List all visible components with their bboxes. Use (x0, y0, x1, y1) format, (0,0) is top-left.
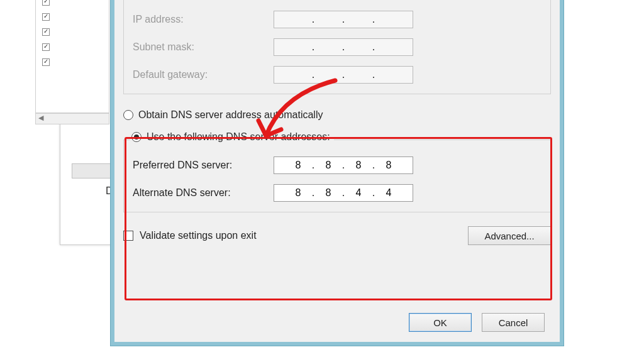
radio-icon (123, 110, 133, 120)
checkbox-icon (123, 231, 133, 241)
ip-address-input[interactable]: ... (274, 11, 413, 28)
background-scroll-left-icon (35, 113, 109, 124)
preferred-dns-label: Preferred DNS server: (133, 160, 265, 171)
subnet-mask-input[interactable]: ... (274, 38, 413, 56)
alternate-dns-label: Alternate DNS server: (133, 187, 265, 199)
use-following-dns-radio[interactable]: Use the following DNS server addresses: (130, 131, 334, 143)
validate-settings-checkbox[interactable]: Validate settings upon exit (123, 230, 257, 241)
use-following-dns-label: Use the following DNS server addresses: (147, 131, 330, 143)
ipv4-properties-dialog: Use the following IP address: IP address… (111, 0, 564, 346)
ip-address-label: IP address: (133, 14, 265, 25)
dns-server-group: Use the following DNS server addresses: … (123, 140, 551, 212)
background-checkbox-icon (42, 43, 50, 51)
alternate-dns-input[interactable]: 8. 8. 4. 4 (274, 184, 413, 202)
background-checkbox-icon (42, 0, 50, 6)
background-checkbox-icon (42, 28, 50, 36)
background-button (72, 163, 113, 178)
obtain-dns-auto-radio[interactable]: Obtain DNS server address automatically (123, 109, 551, 121)
background-checkbox-icon (42, 58, 50, 66)
advanced-button[interactable]: Advanced... (468, 226, 551, 245)
validate-settings-label: Validate settings upon exit (140, 230, 257, 241)
radio-checked-icon (131, 132, 142, 142)
ip-address-group: Use the following IP address: IP address… (123, 0, 551, 94)
default-gateway-input[interactable]: ... (274, 66, 413, 84)
background-checkbox-icon (42, 13, 50, 21)
obtain-dns-auto-label: Obtain DNS server address automatically (138, 109, 323, 121)
background-checkbox-strip (35, 0, 109, 113)
cancel-button[interactable]: Cancel (482, 313, 545, 332)
preferred-dns-input[interactable]: 8. 8. 8. 8 (274, 156, 413, 174)
ok-button[interactable]: OK (409, 313, 472, 332)
subnet-mask-label: Subnet mask: (133, 41, 265, 53)
default-gateway-label: Default gateway: (133, 69, 265, 80)
